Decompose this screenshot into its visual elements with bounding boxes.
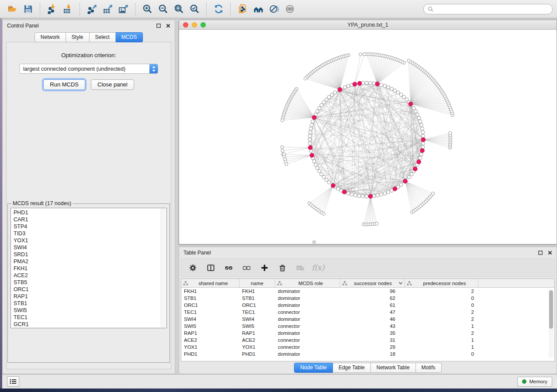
table-row[interactable]: PHD1PHD1dominator180 [181,351,554,358]
refresh-view-button[interactable] [211,2,226,16]
table-tab-node-table[interactable]: Node Table [294,363,333,373]
mcds-result-item[interactable]: GCR1 [14,321,160,328]
mcds-result-item[interactable]: ACE2 [14,272,160,279]
cell-predecessor-nodes: 2 [405,330,478,336]
delete-column-button[interactable] [277,262,287,273]
table-row[interactable]: ACE2ACE2connector311 [181,337,554,344]
deselect-all-icon [242,264,251,272]
import-network-button[interactable] [44,2,60,16]
cell-predecessor-nodes: 0 [405,296,478,301]
open-file-button[interactable] [4,2,20,16]
mcds-list-scrollbar[interactable] [161,209,166,327]
network-window: YPA_prune.txt_1 [179,20,557,244]
mcds-result-list[interactable]: PHD1CAR1STP4TID3YOX1SWI4SRD1PMA2FKH1ACE2… [10,208,167,328]
toggle-panel-layout-button[interactable] [205,262,216,273]
table-scrollbar[interactable] [549,289,554,358]
add-column-button[interactable] [259,262,270,273]
optimization-criterion-select[interactable]: largest connected component (undirected) [19,64,158,74]
column-header-predecessor-nodes[interactable]: predecessor nodes [405,279,478,287]
search-input[interactable] [436,6,548,12]
mcds-result-item[interactable]: TEC1 [14,314,160,321]
export-table-button[interactable] [100,2,115,16]
mcds-result-item[interactable]: RAP1 [14,293,160,300]
mcds-result-item[interactable]: PMA2 [14,258,160,265]
equation-builder-button[interactable]: f(x) [313,262,323,273]
mcds-result-item[interactable]: STB1 [14,300,160,307]
hide-selected-button[interactable] [266,2,282,16]
column-header-MCDS-role[interactable]: MCDS role [275,279,340,287]
window-maximize-button[interactable] [201,22,206,28]
deselect-all-button[interactable] [241,262,252,273]
zoom-out-button[interactable] [155,2,171,16]
float-window-icon[interactable] [156,24,161,28]
show-all-button[interactable] [282,2,298,16]
import-table-button[interactable] [60,2,76,16]
mcds-result-item[interactable]: FKH1 [14,265,160,272]
column-header-shared-name[interactable]: shared name [181,279,239,287]
mcds-result-item[interactable]: SWI4 [14,244,160,251]
window-minimize-button[interactable] [192,22,197,28]
select-all-button[interactable] [223,262,234,273]
toolbar-separator [40,3,40,15]
float-window-icon[interactable] [538,251,543,255]
network-canvas[interactable] [179,30,557,244]
network-from-document-button[interactable] [235,2,250,16]
tab-style[interactable]: Style [66,32,90,42]
network-window-titlebar[interactable]: YPA_prune.txt_1 [179,20,557,30]
first-neighbors-button[interactable] [250,2,266,16]
table-scrollbar-thumb[interactable] [549,290,553,329]
table-row[interactable]: SWI5SWI5connector431 [181,323,554,330]
mcds-result-item[interactable]: PHD1 [14,209,160,216]
desktop: Control Panel NetworkStyleSelectMCDS Opt… [0,0,557,392]
cell-name: ACE2 [239,337,275,343]
delete-table-button[interactable] [295,262,305,273]
mcds-result-item[interactable]: TID3 [14,230,160,237]
table-row[interactable]: SWI4SWI4dominator462 [181,316,554,323]
cell-successor-nodes: 18 [340,351,405,357]
mcds-result-item[interactable]: SRD1 [14,251,160,258]
zoom-fit-button[interactable] [171,2,187,16]
memory-button[interactable]: Memory [517,377,552,387]
close-panel-icon[interactable] [166,24,170,28]
zoom-out-icon [158,4,168,14]
tab-network[interactable]: Network [35,32,66,42]
table-row[interactable]: RAP1RAP1dominator352 [181,330,554,337]
table-row[interactable]: FKH1FKH1dominator962 [181,288,554,295]
table-row[interactable]: STB1STB1dominator620 [181,295,554,302]
show-panels-menu-button[interactable] [7,376,19,387]
canvas-splitter-handle[interactable] [312,241,316,244]
run-mcds-button[interactable]: Run MCDS [43,79,85,90]
table-row[interactable]: ORC1ORC1dominator610 [181,302,554,309]
network-window-title: YPA_prune.txt_1 [347,22,388,28]
table-tab-network-table[interactable]: Network Table [371,363,416,373]
network-graph[interactable] [179,30,557,244]
tab-select[interactable]: Select [90,32,116,42]
mcds-result-item[interactable]: STB5 [14,279,160,286]
zoom-selected-button[interactable] [187,2,202,16]
window-close-button[interactable] [183,22,188,28]
column-settings-button[interactable] [187,262,198,273]
save-session-button[interactable] [20,2,36,16]
table-row[interactable]: YOX1YOX1connector291 [181,344,554,351]
column-header-successor-nodes[interactable]: successor nodes [340,279,405,287]
mcds-result-title: MCDS result (17 nodes) [11,200,73,206]
close-panel-button[interactable]: Close panel [91,79,134,90]
column-header-name[interactable]: name [239,279,275,287]
export-network-button[interactable] [84,2,100,16]
mcds-result-item[interactable]: YOX1 [14,237,160,244]
mcds-result-item[interactable]: ORC1 [14,286,160,293]
tab-mcds[interactable]: MCDS [116,32,143,42]
cell-predecessor-nodes: 0 [405,303,478,308]
mcds-result-item[interactable]: STP4 [14,223,160,230]
export-image-button[interactable] [115,2,131,16]
table-tab-motifs[interactable]: Motifs [416,363,442,373]
table-tab-edge-table[interactable]: Edge Table [333,363,371,373]
mcds-result-item[interactable]: SWI5 [14,307,160,314]
mcds-result-item[interactable]: CAR1 [14,216,160,223]
cell-shared-name: YOX1 [181,344,239,350]
cell-shared-name: SWI5 [181,323,239,329]
zoom-in-button[interactable] [139,2,155,16]
close-panel-icon[interactable] [548,251,552,255]
table-row[interactable]: TEC1TEC1connector472 [181,309,554,316]
table-body: FKH1FKH1dominator962STB1STB1dominator620… [181,288,554,361]
